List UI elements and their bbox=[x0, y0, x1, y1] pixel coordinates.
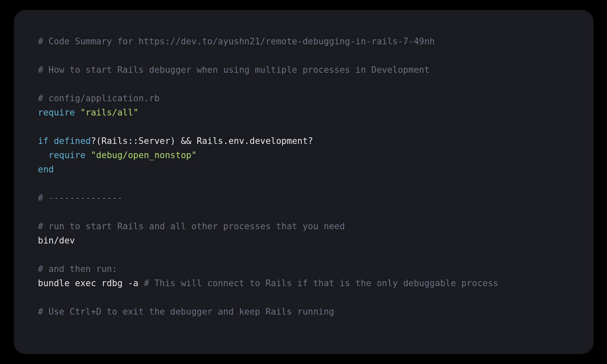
code-token-comment: # Code Summary for https://dev.to/ayushn… bbox=[38, 36, 435, 46]
code-token-comment: # and then run: bbox=[38, 264, 118, 274]
code-token-keyword: end bbox=[38, 164, 54, 174]
code-token-plain: bundle exec rdbg -a bbox=[38, 278, 144, 288]
code-token-plain bbox=[38, 150, 49, 160]
code-token-plain: bin/dev bbox=[38, 236, 75, 246]
code-token-keyword: require bbox=[49, 150, 86, 160]
code-token-string: "rails/all" bbox=[80, 108, 139, 118]
code-token-comment: # Use Ctrl+D to exit the debugger and ke… bbox=[38, 307, 334, 317]
code-token-comment: # config/application.rb bbox=[38, 93, 160, 103]
code-token-string: "debug/open_nonstop" bbox=[91, 150, 197, 160]
code-token-plain bbox=[49, 136, 54, 146]
code-token-keyword: if bbox=[38, 136, 49, 146]
code-token-plain bbox=[75, 108, 80, 118]
code-card: # Code Summary for https://dev.to/ayushn… bbox=[14, 10, 594, 354]
code-block: # Code Summary for https://dev.to/ayushn… bbox=[38, 34, 573, 319]
code-token-plain: ?(Rails::Server) && Rails.env.developmen… bbox=[91, 136, 313, 146]
code-token-comment: # How to start Rails debugger when using… bbox=[38, 65, 430, 75]
code-token-plain bbox=[85, 150, 91, 160]
code-token-keyword: require bbox=[38, 108, 75, 118]
code-token-comment: # -------------- bbox=[38, 193, 123, 203]
code-token-comment: # run to start Rails and all other proce… bbox=[38, 221, 345, 231]
code-token-comment: # This will connect to Rails if that is … bbox=[144, 278, 498, 288]
code-token-builtin: defined bbox=[54, 136, 91, 146]
